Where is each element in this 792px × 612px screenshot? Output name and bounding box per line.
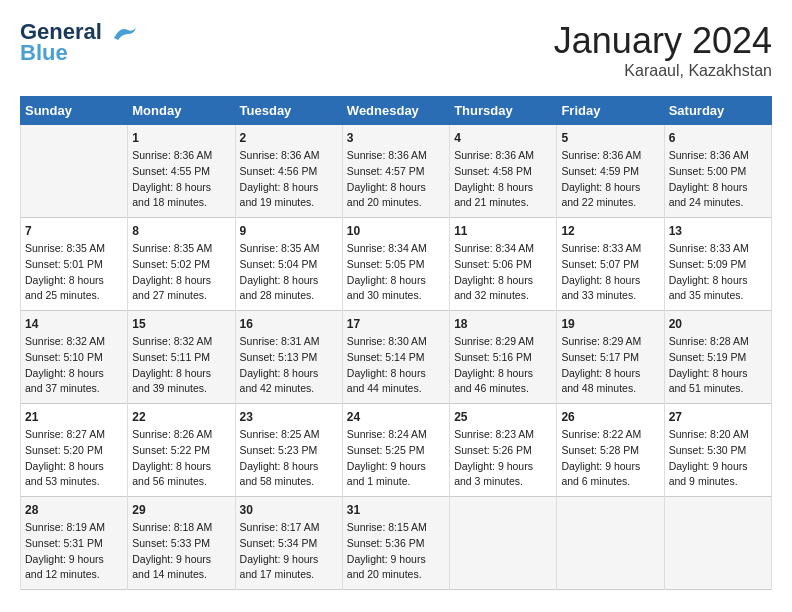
calendar-cell: 31Sunrise: 8:15 AMSunset: 5:36 PMDayligh… [342,497,449,590]
day-info: Sunrise: 8:33 AMSunset: 5:07 PMDaylight:… [561,241,659,304]
logo: General Blue [20,20,138,66]
day-info: Sunrise: 8:20 AMSunset: 5:30 PMDaylight:… [669,427,767,490]
day-info: Sunrise: 8:19 AMSunset: 5:31 PMDaylight:… [25,520,123,583]
calendar-table: SundayMondayTuesdayWednesdayThursdayFrid… [20,96,772,590]
day-info: Sunrise: 8:28 AMSunset: 5:19 PMDaylight:… [669,334,767,397]
calendar-cell: 30Sunrise: 8:17 AMSunset: 5:34 PMDayligh… [235,497,342,590]
day-number: 26 [561,410,659,424]
day-info: Sunrise: 8:36 AMSunset: 4:55 PMDaylight:… [132,148,230,211]
day-info: Sunrise: 8:32 AMSunset: 5:11 PMDaylight:… [132,334,230,397]
calendar-cell: 5Sunrise: 8:36 AMSunset: 4:59 PMDaylight… [557,125,664,218]
day-info: Sunrise: 8:27 AMSunset: 5:20 PMDaylight:… [25,427,123,490]
day-number: 18 [454,317,552,331]
day-info: Sunrise: 8:32 AMSunset: 5:10 PMDaylight:… [25,334,123,397]
header-saturday: Saturday [664,97,771,125]
day-number: 30 [240,503,338,517]
day-info: Sunrise: 8:29 AMSunset: 5:17 PMDaylight:… [561,334,659,397]
day-info: Sunrise: 8:29 AMSunset: 5:16 PMDaylight:… [454,334,552,397]
day-info: Sunrise: 8:36 AMSunset: 4:57 PMDaylight:… [347,148,445,211]
calendar-cell: 20Sunrise: 8:28 AMSunset: 5:19 PMDayligh… [664,311,771,404]
calendar-cell: 13Sunrise: 8:33 AMSunset: 5:09 PMDayligh… [664,218,771,311]
day-number: 5 [561,131,659,145]
calendar-cell: 8Sunrise: 8:35 AMSunset: 5:02 PMDaylight… [128,218,235,311]
day-number: 27 [669,410,767,424]
calendar-cell: 18Sunrise: 8:29 AMSunset: 5:16 PMDayligh… [450,311,557,404]
calendar-cell: 15Sunrise: 8:32 AMSunset: 5:11 PMDayligh… [128,311,235,404]
logo-blue: Blue [20,40,68,66]
day-number: 14 [25,317,123,331]
day-number: 22 [132,410,230,424]
page-header: General Blue January 2024 Karaaul, Kazak… [20,20,772,80]
day-info: Sunrise: 8:35 AMSunset: 5:04 PMDaylight:… [240,241,338,304]
day-info: Sunrise: 8:33 AMSunset: 5:09 PMDaylight:… [669,241,767,304]
day-info: Sunrise: 8:18 AMSunset: 5:33 PMDaylight:… [132,520,230,583]
day-number: 28 [25,503,123,517]
day-number: 19 [561,317,659,331]
day-info: Sunrise: 8:31 AMSunset: 5:13 PMDaylight:… [240,334,338,397]
day-number: 10 [347,224,445,238]
day-number: 2 [240,131,338,145]
day-number: 8 [132,224,230,238]
calendar-cell: 10Sunrise: 8:34 AMSunset: 5:05 PMDayligh… [342,218,449,311]
calendar-cell: 2Sunrise: 8:36 AMSunset: 4:56 PMDaylight… [235,125,342,218]
day-info: Sunrise: 8:34 AMSunset: 5:06 PMDaylight:… [454,241,552,304]
day-info: Sunrise: 8:36 AMSunset: 4:58 PMDaylight:… [454,148,552,211]
calendar-cell: 12Sunrise: 8:33 AMSunset: 5:07 PMDayligh… [557,218,664,311]
calendar-cell: 7Sunrise: 8:35 AMSunset: 5:01 PMDaylight… [21,218,128,311]
header-tuesday: Tuesday [235,97,342,125]
day-number: 23 [240,410,338,424]
header-wednesday: Wednesday [342,97,449,125]
day-number: 21 [25,410,123,424]
title-block: January 2024 Karaaul, Kazakhstan [554,20,772,80]
calendar-cell: 16Sunrise: 8:31 AMSunset: 5:13 PMDayligh… [235,311,342,404]
day-info: Sunrise: 8:26 AMSunset: 5:22 PMDaylight:… [132,427,230,490]
header-sunday: Sunday [21,97,128,125]
calendar-cell: 23Sunrise: 8:25 AMSunset: 5:23 PMDayligh… [235,404,342,497]
calendar-cell: 6Sunrise: 8:36 AMSunset: 5:00 PMDaylight… [664,125,771,218]
month-title: January 2024 [554,20,772,62]
calendar-cell: 9Sunrise: 8:35 AMSunset: 5:04 PMDaylight… [235,218,342,311]
header-friday: Friday [557,97,664,125]
day-info: Sunrise: 8:25 AMSunset: 5:23 PMDaylight:… [240,427,338,490]
calendar-cell: 11Sunrise: 8:34 AMSunset: 5:06 PMDayligh… [450,218,557,311]
calendar-week-row: 21Sunrise: 8:27 AMSunset: 5:20 PMDayligh… [21,404,772,497]
day-number: 9 [240,224,338,238]
day-info: Sunrise: 8:36 AMSunset: 4:56 PMDaylight:… [240,148,338,211]
calendar-cell [450,497,557,590]
calendar-week-row: 7Sunrise: 8:35 AMSunset: 5:01 PMDaylight… [21,218,772,311]
day-number: 20 [669,317,767,331]
logo-bird-icon [110,22,138,44]
day-info: Sunrise: 8:23 AMSunset: 5:26 PMDaylight:… [454,427,552,490]
calendar-cell: 27Sunrise: 8:20 AMSunset: 5:30 PMDayligh… [664,404,771,497]
day-number: 24 [347,410,445,424]
header-monday: Monday [128,97,235,125]
day-info: Sunrise: 8:30 AMSunset: 5:14 PMDaylight:… [347,334,445,397]
calendar-cell: 4Sunrise: 8:36 AMSunset: 4:58 PMDaylight… [450,125,557,218]
day-number: 12 [561,224,659,238]
calendar-cell: 21Sunrise: 8:27 AMSunset: 5:20 PMDayligh… [21,404,128,497]
calendar-cell: 3Sunrise: 8:36 AMSunset: 4:57 PMDaylight… [342,125,449,218]
calendar-cell: 24Sunrise: 8:24 AMSunset: 5:25 PMDayligh… [342,404,449,497]
calendar-cell: 14Sunrise: 8:32 AMSunset: 5:10 PMDayligh… [21,311,128,404]
day-number: 15 [132,317,230,331]
day-number: 7 [25,224,123,238]
calendar-cell [557,497,664,590]
day-info: Sunrise: 8:17 AMSunset: 5:34 PMDaylight:… [240,520,338,583]
day-number: 11 [454,224,552,238]
calendar-week-row: 28Sunrise: 8:19 AMSunset: 5:31 PMDayligh… [21,497,772,590]
calendar-cell: 22Sunrise: 8:26 AMSunset: 5:22 PMDayligh… [128,404,235,497]
day-number: 6 [669,131,767,145]
calendar-cell: 29Sunrise: 8:18 AMSunset: 5:33 PMDayligh… [128,497,235,590]
day-number: 1 [132,131,230,145]
day-number: 25 [454,410,552,424]
day-number: 13 [669,224,767,238]
day-info: Sunrise: 8:35 AMSunset: 5:01 PMDaylight:… [25,241,123,304]
calendar-cell: 19Sunrise: 8:29 AMSunset: 5:17 PMDayligh… [557,311,664,404]
calendar-week-row: 1Sunrise: 8:36 AMSunset: 4:55 PMDaylight… [21,125,772,218]
day-info: Sunrise: 8:36 AMSunset: 4:59 PMDaylight:… [561,148,659,211]
calendar-cell: 25Sunrise: 8:23 AMSunset: 5:26 PMDayligh… [450,404,557,497]
day-number: 16 [240,317,338,331]
day-info: Sunrise: 8:34 AMSunset: 5:05 PMDaylight:… [347,241,445,304]
location-subtitle: Karaaul, Kazakhstan [554,62,772,80]
day-info: Sunrise: 8:36 AMSunset: 5:00 PMDaylight:… [669,148,767,211]
